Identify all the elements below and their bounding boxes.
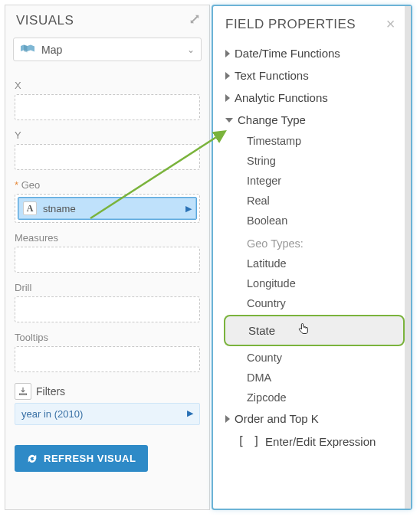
change-type-submenu-cont: County DMA Zipcode xyxy=(224,348,399,407)
shelf-label-x: X xyxy=(15,80,200,91)
enter-edit-expression[interactable]: [ ] Enter/Edit Expression xyxy=(224,430,399,453)
triangle-right-icon xyxy=(225,415,230,423)
shelf-drill[interactable] xyxy=(15,296,200,322)
opt-dma[interactable]: DMA xyxy=(244,368,399,388)
opt-integer[interactable]: Integer xyxy=(244,171,399,191)
shelf-y[interactable] xyxy=(15,144,200,170)
group-analytic-label: Analytic Functions xyxy=(235,91,328,104)
triangle-right-icon xyxy=(225,72,230,80)
shelf-geo[interactable]: A stname ▶ xyxy=(15,194,200,223)
group-change-type[interactable]: Change Type xyxy=(224,109,399,131)
group-text[interactable]: Text Functions xyxy=(224,64,399,87)
opt-string[interactable]: String xyxy=(244,151,399,171)
field-pill-stname[interactable]: A stname ▶ xyxy=(18,197,197,220)
triangle-right-icon xyxy=(225,94,230,102)
opt-longitude[interactable]: Longitude xyxy=(244,273,399,293)
filter-pill-label: year in (2010) xyxy=(21,408,83,420)
shelf-label-measures: Measures xyxy=(15,232,200,244)
shelf-label-filters: Filters xyxy=(36,385,65,398)
group-datetime-label: Date/Time Functions xyxy=(235,47,340,60)
caret-right-icon: ▶ xyxy=(187,408,193,418)
opt-county[interactable]: County xyxy=(244,348,399,368)
download-icon[interactable] xyxy=(15,383,31,400)
expand-icon[interactable] xyxy=(189,13,200,28)
shelf-tooltips[interactable] xyxy=(15,346,200,372)
shelf-label-geo: Geo xyxy=(15,179,200,191)
enter-edit-expression-label: Enter/Edit Expression xyxy=(265,435,376,448)
map-icon xyxy=(20,43,35,56)
chevron-down-icon: ⌄ xyxy=(187,44,195,55)
filter-pill-year[interactable]: year in (2010) ▶ xyxy=(15,403,200,425)
group-analytic[interactable]: Analytic Functions xyxy=(224,87,399,109)
shelf-label-y: Y xyxy=(15,129,200,141)
opt-latitude[interactable]: Latitude xyxy=(244,254,399,273)
caret-right-icon: ▶ xyxy=(185,204,192,214)
refresh-visual-button[interactable]: REFRESH VISUAL xyxy=(15,445,148,472)
group-order-topk[interactable]: Order and Top K xyxy=(224,407,399,430)
field-pill-label: stname xyxy=(43,203,76,214)
field-properties-panel: FIELD PROPERTIES × Date/Time Functions T… xyxy=(212,5,412,510)
visual-type-label: Map xyxy=(41,44,62,56)
refresh-visual-label: REFRESH VISUAL xyxy=(44,453,136,464)
field-properties-title: FIELD PROPERTIES xyxy=(225,17,356,32)
opt-state-label: State xyxy=(248,324,275,337)
opt-boolean[interactable]: Boolean xyxy=(244,211,399,231)
close-icon[interactable]: × xyxy=(386,15,395,33)
visuals-panel: VISUALS Map ⌄ X Y Geo A stname ▶ Measure… xyxy=(5,5,210,510)
opt-timestamp[interactable]: Timestamp xyxy=(244,131,399,151)
change-type-submenu: Timestamp String Integer Real Boolean Ge… xyxy=(224,131,399,313)
triangle-down-icon xyxy=(225,118,233,123)
visuals-title: VISUALS xyxy=(16,13,74,28)
opt-country[interactable]: Country xyxy=(244,293,399,313)
visuals-header: VISUALS xyxy=(5,5,209,34)
opt-real[interactable]: Real xyxy=(244,191,399,211)
opt-zipcode[interactable]: Zipcode xyxy=(244,388,399,407)
group-datetime[interactable]: Date/Time Functions xyxy=(224,42,399,64)
visual-type-selector[interactable]: Map ⌄ xyxy=(13,38,202,61)
group-change-type-label: Change Type xyxy=(238,113,306,126)
shelf-label-drill: Drill xyxy=(15,282,200,293)
type-badge-text-icon: A xyxy=(23,201,37,215)
opt-state[interactable]: State xyxy=(224,315,405,346)
group-text-label: Text Functions xyxy=(235,69,309,82)
group-order-topk-label: Order and Top K xyxy=(235,412,319,425)
brackets-icon: [ ] xyxy=(238,434,261,448)
cursor-hand-icon xyxy=(297,322,310,339)
triangle-right-icon xyxy=(225,50,230,57)
shelf-label-tooltips: Tooltips xyxy=(15,332,200,343)
geo-types-heading: Geo Types: xyxy=(244,234,399,254)
shelf-measures[interactable] xyxy=(15,247,200,273)
shelf-x[interactable] xyxy=(15,94,200,120)
